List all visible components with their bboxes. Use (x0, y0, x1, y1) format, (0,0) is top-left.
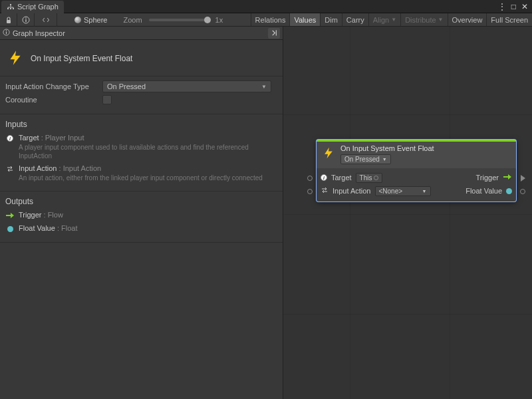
swap-icon (5, 164, 15, 174)
change-type-label: Input Action Change Type (5, 82, 102, 90)
graph-inspector-panel: Graph Inspector On Input System Event Fl… (0, 27, 283, 399)
zoom-value: 1x (215, 16, 223, 24)
svg-rect-11 (275, 30, 276, 35)
graph-canvas[interactable]: On Input System Event Float On Pressed▼ … (283, 27, 532, 399)
collapse-button[interactable] (268, 28, 280, 39)
outputs-section: Trigger : Flow Float Value : Float (0, 209, 283, 243)
bolt-icon (7, 49, 24, 68)
svg-rect-0 (7, 8, 9, 9)
output-row-trigger: Trigger : Flow (5, 209, 277, 222)
change-type-dropdown[interactable]: On Pressed▼ (102, 80, 271, 92)
sphere-button[interactable]: Sphere (72, 16, 110, 24)
port-float-label: Float Value (466, 187, 502, 195)
svg-rect-7 (25, 17, 26, 18)
close-icon[interactable]: ✕ (521, 2, 528, 11)
svg-rect-3 (10, 4, 11, 5)
code-button[interactable] (35, 13, 57, 27)
tab-label: Script Graph (17, 3, 59, 11)
sphere-icon (74, 17, 81, 23)
graph-node[interactable]: On Input System Event Float On Pressed▼ … (317, 140, 516, 201)
svg-rect-1 (10, 8, 11, 9)
align-button[interactable]: Align▼ (368, 13, 400, 26)
info-icon (3, 29, 10, 37)
overview-button[interactable]: Overview (448, 13, 487, 26)
toolbar: Sphere Zoom 1x Relations Values Dim Carr… (0, 13, 532, 27)
svg-rect-2 (13, 8, 14, 9)
graph-icon (7, 3, 15, 11)
dim-button[interactable]: Dim (320, 13, 342, 26)
info-icon: i (321, 174, 327, 181)
output-port-trigger[interactable] (519, 175, 526, 182)
sphere-label: Sphere (84, 16, 107, 24)
port-target-label: Target (331, 174, 352, 182)
relations-button[interactable]: Relations (251, 13, 290, 26)
port-trigger-label: Trigger (476, 174, 499, 182)
info-button[interactable] (17, 13, 35, 27)
target-field[interactable]: This (356, 173, 383, 183)
coroutine-label: Coroutine (5, 96, 102, 104)
outputs-heading: Outputs (0, 192, 283, 209)
input-port-action[interactable] (307, 188, 313, 195)
graph-node-body: i Target This Trigger (317, 168, 516, 201)
port-action-label: Input Action (332, 187, 371, 195)
svg-rect-9 (6, 32, 7, 35)
output-row-float: Float Value : Float (5, 222, 277, 235)
distribute-button[interactable]: Distribute▼ (400, 13, 447, 26)
node-properties: Input Action Change Type On Pressed▼ Cor… (0, 76, 283, 114)
zoom-label: Zoom (123, 16, 142, 24)
zoom-slider[interactable] (149, 19, 207, 21)
node-title: On Input System Event Float (31, 54, 132, 63)
svg-rect-10 (6, 30, 7, 31)
graph-node-header: On Input System Event Float On Pressed▼ (317, 142, 516, 168)
fullscreen-button[interactable]: Full Screen (486, 13, 532, 26)
maximize-icon[interactable]: □ (511, 2, 516, 11)
input-row-action: Input Action : Input Action An input act… (5, 162, 277, 184)
window-titlebar: Script Graph ⋮ □ ✕ (0, 0, 532, 13)
kebab-icon[interactable]: ⋮ (498, 2, 506, 11)
info-icon: i (5, 134, 15, 143)
flow-arrow-icon (503, 174, 512, 182)
svg-rect-6 (25, 19, 26, 22)
window-controls: ⋮ □ ✕ (498, 2, 532, 11)
carry-button[interactable]: Carry (342, 13, 368, 26)
flow-arrow-icon (5, 211, 15, 220)
lock-button[interactable] (0, 13, 17, 27)
float-dot-icon (506, 188, 512, 194)
float-dot-icon (5, 224, 15, 233)
input-row-target: i Target : Player Input A player input c… (5, 132, 277, 162)
graph-node-title: On Input System Event Float (340, 144, 434, 152)
output-port-float[interactable] (519, 188, 526, 195)
bolt-icon (322, 144, 335, 161)
inspector-header: Graph Inspector (0, 27, 283, 40)
coroutine-checkbox[interactable] (102, 95, 112, 104)
inspector-title: Graph Inspector (13, 29, 65, 37)
tab-script-graph[interactable]: Script Graph (1, 1, 64, 13)
node-mode-dropdown[interactable]: On Pressed▼ (340, 154, 391, 164)
svg-rect-4 (7, 20, 11, 23)
inputs-heading: Inputs (0, 114, 283, 132)
input-port-target[interactable] (307, 175, 313, 182)
node-header: On Input System Event Float (0, 40, 283, 76)
values-button[interactable]: Values (289, 13, 320, 26)
inputs-section: i Target : Player Input A player input c… (0, 132, 283, 192)
swap-icon (321, 186, 329, 196)
action-field[interactable]: <None>▼ (375, 186, 431, 196)
